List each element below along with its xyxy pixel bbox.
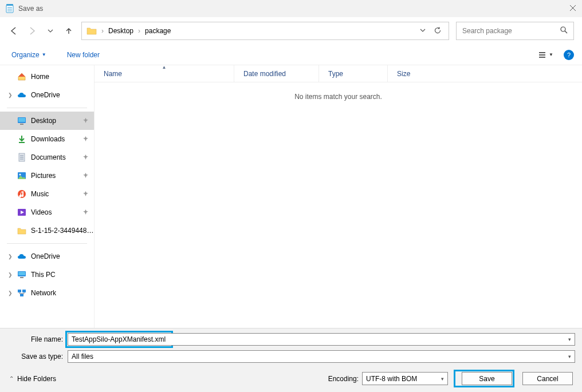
pin-icon	[83, 209, 88, 216]
close-icon[interactable]	[569, 4, 576, 13]
sidebar-item-network[interactable]: ❯ Network	[0, 284, 94, 302]
search-placeholder: Search package	[462, 27, 560, 35]
sidebar-item-pictures[interactable]: Pictures	[0, 167, 94, 185]
document-icon	[17, 153, 26, 162]
folder-icon	[86, 27, 97, 35]
sidebar-item-home[interactable]: Home	[0, 68, 94, 86]
monitor-icon	[17, 270, 26, 279]
filetype-label: Save as type:	[7, 353, 68, 361]
chevron-down-icon[interactable]: ▾	[441, 376, 444, 382]
back-button[interactable]	[8, 25, 19, 37]
svg-line-8	[565, 31, 567, 33]
filename-row: File name: TestAppSilo-AppXManifest.xml …	[7, 333, 575, 346]
cloud-icon	[17, 252, 26, 261]
titlebar: Save as	[0, 0, 582, 17]
sort-asc-icon: ▲	[162, 65, 167, 70]
recent-dropdown[interactable]	[45, 25, 56, 37]
filetype-row: Save as type: All files ▾	[7, 350, 575, 363]
sidebar-item-music[interactable]: Music	[0, 185, 94, 203]
download-icon	[17, 134, 26, 144]
svg-rect-26	[20, 277, 23, 278]
app-icon	[6, 4, 14, 13]
chevron-right-icon[interactable]: ›	[137, 27, 141, 35]
svg-point-21	[19, 174, 21, 176]
column-date[interactable]: Date modified	[234, 65, 319, 82]
pin-icon	[83, 155, 88, 161]
pin-icon	[83, 173, 88, 179]
breadcrumb-package[interactable]: package	[145, 27, 171, 35]
filename-input-ext[interactable]: ▾	[171, 333, 575, 346]
svg-rect-14	[20, 124, 23, 125]
chevron-down-icon[interactable]: ▾	[568, 336, 571, 342]
search-icon	[560, 26, 568, 35]
sidebar-item-sid[interactable]: S-1-15-2-344944837	[0, 221, 94, 240]
svg-rect-29	[20, 294, 23, 296]
sidebar: Home ❯ OneDrive Desktop Downloads Docume…	[0, 65, 95, 328]
chevron-right-icon[interactable]: ›	[100, 27, 105, 35]
encoding-label: Encoding:	[328, 375, 362, 383]
videos-icon	[17, 208, 26, 217]
sidebar-item-videos[interactable]: Videos	[0, 203, 94, 221]
home-icon	[17, 72, 26, 81]
chevron-up-icon[interactable]: ⌃	[9, 375, 17, 382]
pictures-icon	[17, 171, 26, 180]
column-name[interactable]: Name ▲	[95, 65, 234, 82]
bottom-row: ⌃ Hide Folders Encoding: UTF-8 with BOM …	[7, 367, 575, 392]
encoding-select[interactable]: UTF-8 with BOM ▾	[362, 372, 448, 385]
filename-input[interactable]: TestAppSilo-AppXManifest.xml	[68, 333, 171, 346]
svg-point-22	[18, 190, 26, 198]
cloud-icon	[17, 90, 26, 100]
svg-rect-28	[22, 290, 26, 292]
chevron-right-icon[interactable]: ❯	[8, 254, 13, 259]
new-folder-button[interactable]: New folder	[64, 49, 103, 61]
divider	[7, 108, 87, 108]
svg-rect-1	[6, 4, 13, 6]
chevron-right-icon[interactable]: ❯	[8, 92, 13, 98]
up-button[interactable]	[63, 25, 74, 37]
caret-down-icon: ▼	[42, 52, 46, 57]
svg-point-7	[561, 27, 565, 31]
svg-rect-27	[18, 290, 21, 292]
save-button[interactable]: Save	[462, 372, 512, 385]
column-type[interactable]: Type	[319, 65, 388, 82]
address-bar[interactable]: › Desktop › package	[81, 22, 449, 40]
column-size[interactable]: Size	[388, 65, 436, 82]
search-input[interactable]: Search package	[456, 22, 574, 40]
svg-rect-13	[18, 118, 25, 122]
svg-rect-25	[18, 272, 25, 275]
sidebar-item-thispc[interactable]: ❯ This PC	[0, 266, 94, 284]
divider	[7, 243, 87, 244]
organize-button[interactable]: Organize ▼	[8, 49, 50, 61]
toolbar: Organize ▼ New folder ▼ ?	[0, 45, 582, 65]
content-pane: Name ▲ Date modified Type Size No items …	[95, 65, 582, 328]
network-icon	[17, 288, 26, 298]
window-title: Save as	[18, 5, 43, 13]
main-area: Home ❯ OneDrive Desktop Downloads Docume…	[0, 65, 582, 328]
address-dropdown-icon[interactable]	[418, 27, 428, 35]
desktop-icon	[17, 116, 26, 125]
chevron-right-icon[interactable]: ❯	[8, 290, 13, 296]
pin-icon	[83, 136, 88, 142]
sidebar-item-onedrive2[interactable]: ❯ OneDrive	[0, 247, 94, 266]
pin-icon	[83, 191, 88, 197]
filetype-select[interactable]: All files ▾	[68, 350, 575, 363]
chevron-right-icon[interactable]: ❯	[8, 272, 13, 278]
sidebar-item-documents[interactable]: Documents	[0, 148, 94, 167]
refresh-icon[interactable]	[431, 26, 444, 36]
music-icon	[17, 189, 26, 199]
sidebar-item-onedrive[interactable]: ❯ OneDrive	[0, 86, 94, 104]
chevron-down-icon[interactable]: ▾	[568, 354, 571, 359]
bottom-panel: File name: TestAppSilo-AppXManifest.xml …	[0, 328, 582, 392]
forward-button[interactable]	[26, 25, 38, 37]
hide-folders-button[interactable]: Hide Folders	[17, 375, 56, 383]
breadcrumb-desktop[interactable]: Desktop	[108, 27, 133, 35]
pin-icon	[83, 118, 88, 124]
empty-message: No items match your search.	[95, 82, 582, 111]
nav-row: › Desktop › package Search package	[0, 17, 582, 45]
view-options-button[interactable]: ▼	[536, 52, 556, 58]
filename-label: File name:	[7, 335, 68, 343]
sidebar-item-desktop[interactable]: Desktop	[0, 112, 94, 130]
help-icon[interactable]: ?	[564, 50, 574, 60]
sidebar-item-downloads[interactable]: Downloads	[0, 130, 94, 148]
cancel-button[interactable]: Cancel	[522, 372, 573, 385]
